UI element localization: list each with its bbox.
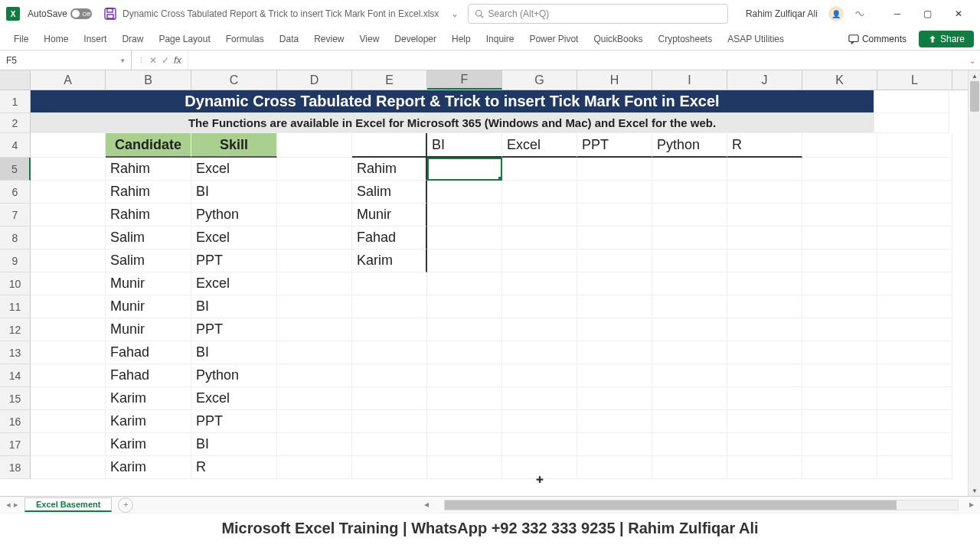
tab-formulas[interactable]: Formulas (218, 29, 272, 49)
cell[interactable] (352, 410, 427, 433)
cell[interactable] (877, 249, 952, 272)
cell[interactable] (727, 295, 802, 318)
vertical-scrollbar[interactable]: ▲ ▼ (968, 70, 980, 496)
minimize-button[interactable]: ─ (882, 3, 913, 24)
crosstab-col-Python[interactable]: Python (652, 133, 727, 158)
cell[interactable] (727, 227, 802, 249)
cell[interactable] (31, 387, 106, 410)
cell[interactable] (652, 227, 727, 249)
cell[interactable] (877, 433, 952, 456)
cell[interactable] (727, 249, 802, 272)
cell[interactable] (277, 387, 352, 410)
fx-icon[interactable]: fx (174, 54, 181, 66)
fill-handle[interactable] (498, 177, 502, 181)
col-header-E[interactable]: E (352, 70, 427, 90)
cell[interactable] (577, 456, 652, 479)
cell[interactable] (877, 181, 952, 204)
cell[interactable] (877, 318, 952, 341)
row-header-1[interactable]: 1 (0, 90, 31, 113)
cell[interactable] (802, 249, 877, 272)
cell[interactable] (727, 272, 802, 295)
cell[interactable] (352, 295, 427, 318)
cell[interactable] (502, 433, 577, 456)
cell[interactable] (352, 318, 427, 341)
col-header-J[interactable]: J (727, 70, 802, 90)
cell[interactable] (502, 227, 577, 249)
cell[interactable]: PPT (191, 318, 277, 341)
cell[interactable] (874, 113, 949, 133)
cell[interactable] (877, 456, 952, 479)
cell[interactable] (577, 387, 652, 410)
cell[interactable] (352, 133, 427, 158)
cell[interactable] (877, 364, 952, 387)
cell[interactable] (277, 181, 352, 204)
row-header-17[interactable]: 17 (0, 433, 31, 456)
expand-formula-bar[interactable]: ⌄ (965, 55, 980, 66)
cell[interactable] (427, 181, 502, 204)
cell[interactable] (427, 410, 502, 433)
cell[interactable] (427, 433, 502, 456)
select-all-corner[interactable] (0, 70, 31, 90)
cell[interactable]: Karim (106, 410, 191, 433)
autosave-toggle[interactable]: AutoSave Off (28, 8, 92, 19)
cell[interactable] (802, 295, 877, 318)
cell[interactable] (727, 204, 802, 227)
cell[interactable] (502, 181, 577, 204)
cell[interactable]: Python (191, 204, 277, 227)
cell[interactable]: Salim (106, 249, 191, 272)
search-box[interactable]: Search (Alt+Q) (468, 4, 728, 24)
cell[interactable] (427, 341, 502, 364)
cell[interactable] (802, 433, 877, 456)
tab-insert[interactable]: Insert (76, 29, 114, 49)
cell[interactable] (727, 181, 802, 204)
row-header-4[interactable]: 4 (0, 133, 31, 158)
tab-developer[interactable]: Developer (387, 29, 444, 49)
cell[interactable] (31, 272, 106, 295)
cell[interactable] (502, 249, 577, 272)
name-box[interactable]: F5 ▾ (0, 51, 132, 70)
hscroll-thumb[interactable] (445, 500, 896, 510)
cell[interactable] (31, 410, 106, 433)
row-header-15[interactable]: 15 (0, 387, 31, 410)
cell[interactable] (727, 410, 802, 433)
row-header-12[interactable]: 12 (0, 318, 31, 341)
cell[interactable] (652, 387, 727, 410)
cell[interactable] (652, 249, 727, 272)
cell[interactable] (577, 410, 652, 433)
cell[interactable]: Munir (106, 318, 191, 341)
cell[interactable] (427, 456, 502, 479)
cell[interactable] (802, 227, 877, 249)
col-header-H[interactable]: H (577, 70, 652, 90)
cell[interactable]: Salim (106, 227, 191, 249)
cell[interactable] (577, 227, 652, 249)
cell[interactable] (652, 364, 727, 387)
cell[interactable]: Excel (191, 272, 277, 295)
col-header-K[interactable]: K (802, 70, 877, 90)
tab-page-layout[interactable]: Page Layout (151, 29, 217, 49)
row-header-11[interactable]: 11 (0, 295, 31, 318)
cell[interactable] (877, 341, 952, 364)
cell[interactable] (277, 227, 352, 249)
cell[interactable] (727, 341, 802, 364)
cell[interactable]: Karim (106, 456, 191, 479)
cell[interactable]: Fahad (106, 364, 191, 387)
cell[interactable] (427, 204, 502, 227)
col-header-G[interactable]: G (502, 70, 577, 90)
sheet-nav[interactable]: ◂▸ (0, 500, 24, 510)
sheet-tab-active[interactable]: Excel Basement (24, 497, 112, 512)
cell[interactable]: PPT (191, 410, 277, 433)
cell[interactable] (802, 272, 877, 295)
cell[interactable] (577, 158, 652, 181)
cell[interactable] (802, 181, 877, 204)
cell[interactable] (31, 456, 106, 479)
active-cell-F5[interactable] (427, 158, 502, 181)
cell[interactable] (727, 364, 802, 387)
cell[interactable] (877, 387, 952, 410)
cell[interactable] (277, 456, 352, 479)
cell[interactable]: Munir (106, 272, 191, 295)
cell[interactable] (577, 318, 652, 341)
cell[interactable] (277, 433, 352, 456)
header-candidate[interactable]: Candidate (106, 133, 191, 158)
crosstab-row-karim[interactable]: Karim (352, 249, 427, 272)
cell[interactable] (352, 456, 427, 479)
